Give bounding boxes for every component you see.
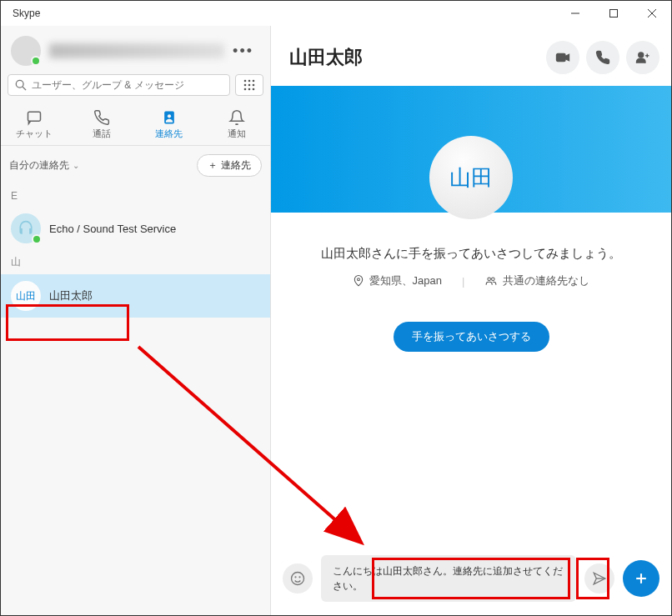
svg-rect-18: [557, 54, 566, 62]
contact-echo[interactable]: Echo / Sound Test Service: [1, 207, 270, 250]
search-box[interactable]: [8, 74, 230, 96]
svg-point-9: [244, 84, 247, 87]
nav-tabs: チャット 通話 連絡先 通知: [1, 103, 270, 146]
location-meta: 愛知県、Japan: [353, 273, 442, 288]
bell-icon: [228, 109, 245, 126]
window-controls: [556, 1, 671, 26]
tab-chat[interactable]: チャット: [1, 103, 68, 145]
chat-icon: [26, 109, 43, 126]
svg-point-22: [357, 278, 359, 281]
svg-point-12: [244, 88, 247, 91]
headset-icon: [18, 220, 34, 237]
content-header: 山田太郎: [271, 26, 671, 86]
hero-avatar[interactable]: 山田: [429, 136, 513, 219]
group-header-yama: 山: [1, 250, 270, 274]
dialpad-button[interactable]: [235, 74, 263, 96]
plus-icon: ＋: [208, 158, 218, 173]
svg-rect-15: [28, 112, 41, 121]
profile-row[interactable]: •••: [1, 26, 270, 74]
contact-yamada[interactable]: 山田 山田太郎: [1, 274, 270, 318]
search-input[interactable]: [32, 79, 223, 91]
phone-icon: [595, 50, 610, 65]
add-contact-button[interactable]: ＋連絡先: [197, 154, 262, 177]
video-icon: [555, 50, 570, 65]
svg-point-13: [248, 88, 251, 91]
emoji-button[interactable]: [283, 563, 313, 593]
smile-icon: [289, 570, 306, 587]
svg-point-6: [244, 80, 247, 83]
compose-bar: こんにちは山田太郎さん。連絡先に追加させてください。: [271, 555, 671, 602]
svg-rect-1: [610, 10, 618, 18]
phone-icon: [93, 109, 110, 126]
new-chat-fab[interactable]: [623, 560, 659, 597]
dialpad-icon: [243, 79, 255, 91]
more-icon[interactable]: •••: [224, 39, 262, 63]
filter-dropdown[interactable]: 自分の連絡先⌄: [9, 158, 79, 173]
chevron-down-icon: ⌄: [73, 161, 79, 170]
svg-point-17: [168, 114, 171, 118]
self-name-blurred: [49, 43, 224, 58]
self-avatar[interactable]: [11, 36, 41, 66]
contacts-icon: [161, 109, 178, 126]
audio-call-button[interactable]: [586, 41, 619, 74]
contact-label: 山田太郎: [49, 288, 93, 303]
contact-label: Echo / Sound Test Service: [49, 223, 176, 235]
hero-banner: 山田: [271, 86, 671, 213]
filter-row: 自分の連絡先⌄ ＋連絡先: [1, 146, 270, 185]
yamada-avatar-small: 山田: [11, 281, 41, 311]
svg-point-8: [253, 80, 255, 83]
svg-point-19: [639, 53, 644, 58]
svg-point-10: [248, 84, 251, 87]
svg-point-7: [248, 80, 251, 83]
presence-online-icon: [32, 234, 42, 244]
svg-point-4: [16, 80, 23, 88]
tab-contacts[interactable]: 連絡先: [136, 103, 203, 145]
maximize-button[interactable]: [594, 1, 633, 26]
plus-icon: [633, 570, 649, 587]
compose-input[interactable]: こんにちは山田太郎さん。連絡先に追加させてください。: [321, 555, 576, 602]
mutual-meta: 共通の連絡先なし: [484, 273, 589, 288]
add-person-button[interactable]: [626, 41, 659, 74]
content-pane: 山田太郎 山田 山田太郎さんに手を振ってあいさつしてみましょう。 愛知県、Jap…: [271, 26, 671, 615]
video-call-button[interactable]: [546, 41, 579, 74]
send-button[interactable]: [584, 563, 614, 593]
minimize-button[interactable]: [556, 1, 594, 26]
send-icon: [592, 571, 607, 586]
contact-title: 山田太郎: [289, 45, 363, 70]
people-icon: [484, 275, 498, 287]
app-title: Skype: [1, 8, 40, 19]
add-person-icon: [635, 50, 650, 65]
meta-row: 愛知県、Japan | 共通の連絡先なし: [271, 273, 671, 288]
close-button[interactable]: [633, 1, 671, 26]
search-icon: [15, 79, 27, 91]
svg-point-24: [492, 278, 495, 281]
svg-line-5: [23, 87, 26, 90]
location-icon: [353, 275, 364, 287]
group-header-e: E: [1, 185, 270, 207]
greeting-text: 山田太郎さんに手を振ってあいさつしてみましょう。: [271, 246, 671, 262]
wave-button[interactable]: 手を振ってあいさつする: [394, 322, 549, 352]
sidebar: ••• チャット 通話 連絡先: [1, 26, 271, 615]
svg-point-26: [295, 577, 296, 578]
tab-notify[interactable]: 通知: [203, 103, 270, 145]
svg-point-23: [488, 278, 491, 281]
echo-avatar: [11, 213, 41, 243]
presence-online-icon: [31, 56, 41, 66]
svg-point-25: [292, 573, 304, 585]
svg-point-11: [253, 84, 255, 87]
svg-point-14: [253, 88, 255, 91]
svg-point-27: [299, 577, 300, 578]
tab-call[interactable]: 通話: [68, 103, 136, 145]
titlebar: Skype: [1, 1, 671, 26]
